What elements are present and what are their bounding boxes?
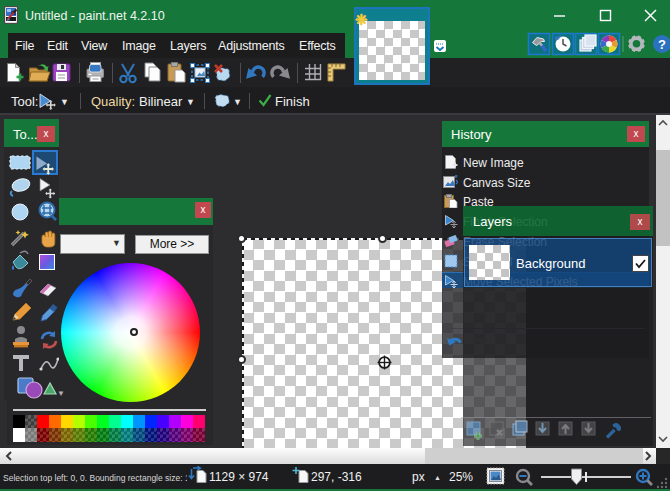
svg-text:?: ? <box>658 37 666 52</box>
